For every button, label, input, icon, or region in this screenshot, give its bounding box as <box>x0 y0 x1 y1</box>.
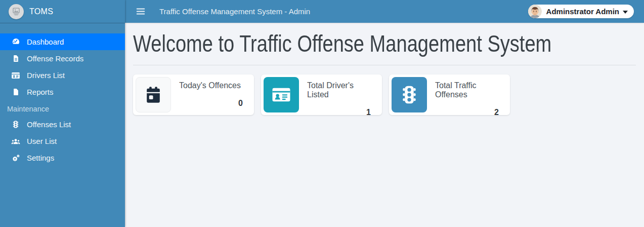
id-card-icon <box>271 85 291 105</box>
user-name: Adminstrator Admin <box>546 7 619 16</box>
page-title: Welcome to Traffic Offense Management Sy… <box>133 30 540 57</box>
sidebar-nav: Dashboard Offense Records <box>0 23 125 166</box>
cogs-icon <box>10 154 21 163</box>
card-value: 2 <box>435 108 499 117</box>
card-body: Total Traffic Offenses 2 <box>430 74 510 115</box>
card-label: Today's Offences <box>179 81 243 90</box>
card-total-drivers: Total Driver's Listed 1 <box>261 74 382 115</box>
sidebar-item-label: Drivers List <box>27 71 65 80</box>
app-window: TOMS Dashboard <box>0 0 644 227</box>
card-total-offenses: Total Traffic Offenses 2 <box>389 74 510 115</box>
card-label: Total Driver's Listed <box>307 81 371 99</box>
card-body: Today's Offences 0 <box>174 74 254 115</box>
hamburger-icon <box>136 8 145 15</box>
stat-cards-row: Today's Offences 0 <box>133 74 636 115</box>
gauge-icon <box>10 37 21 46</box>
sidebar-section-header: Maintenance <box>0 100 125 116</box>
file-icon <box>10 88 21 96</box>
card-icon-box <box>136 77 171 112</box>
sidebar-item-label: Settings <box>27 154 54 162</box>
user-menu-button[interactable]: Adminstrator Admin <box>528 5 634 18</box>
sidebar-item-reports[interactable]: Reports <box>0 84 125 100</box>
id-card-icon <box>10 71 21 80</box>
sidebar-item-offense-records[interactable]: Offense Records <box>0 50 125 67</box>
traffic-light-icon <box>399 85 419 105</box>
sidebar-item-label: Offense Records <box>27 54 83 63</box>
sidebar-item-user-list[interactable]: User List <box>0 133 125 149</box>
calendar-day-icon <box>144 85 163 104</box>
sidebar-toggle-button[interactable] <box>136 8 145 15</box>
card-todays-offences: Today's Offences 0 <box>133 74 254 115</box>
topbar: Traffic Offense Management System - Admi… <box>125 0 644 23</box>
sidebar-item-settings[interactable]: Settings <box>0 149 125 166</box>
sidebar-item-offenses-list[interactable]: Offenses List <box>0 116 125 133</box>
file-lines-icon <box>10 54 21 63</box>
sidebar: TOMS Dashboard <box>0 0 125 227</box>
sidebar-item-drivers-list[interactable]: Drivers List <box>0 67 125 84</box>
card-value: 1 <box>307 108 371 117</box>
sidebar-item-dashboard[interactable]: Dashboard <box>0 33 125 50</box>
brand-name: TOMS <box>29 7 53 16</box>
card-label: Total Traffic Offenses <box>435 81 499 99</box>
avatar <box>528 5 542 18</box>
brand-logo <box>9 4 24 19</box>
image-placeholder-icon <box>10 6 22 18</box>
card-icon-box <box>264 77 299 112</box>
main-content: Welcome to Traffic Offense Management Sy… <box>125 23 644 227</box>
card-icon-box <box>392 77 427 112</box>
sidebar-item-label: Dashboard <box>27 37 64 46</box>
topbar-title: Traffic Offense Management System - Admi… <box>159 7 310 16</box>
heading-divider <box>133 65 636 65</box>
traffic-light-icon <box>10 120 21 129</box>
card-body: Total Driver's Listed 1 <box>302 74 382 115</box>
sidebar-item-label: Reports <box>27 88 54 96</box>
card-value: 0 <box>179 99 243 108</box>
brand-link[interactable]: TOMS <box>0 0 125 23</box>
sidebar-item-label: Offenses List <box>27 120 71 129</box>
users-icon <box>10 137 21 146</box>
caret-down-icon <box>623 11 628 14</box>
sidebar-item-label: User List <box>27 137 57 145</box>
